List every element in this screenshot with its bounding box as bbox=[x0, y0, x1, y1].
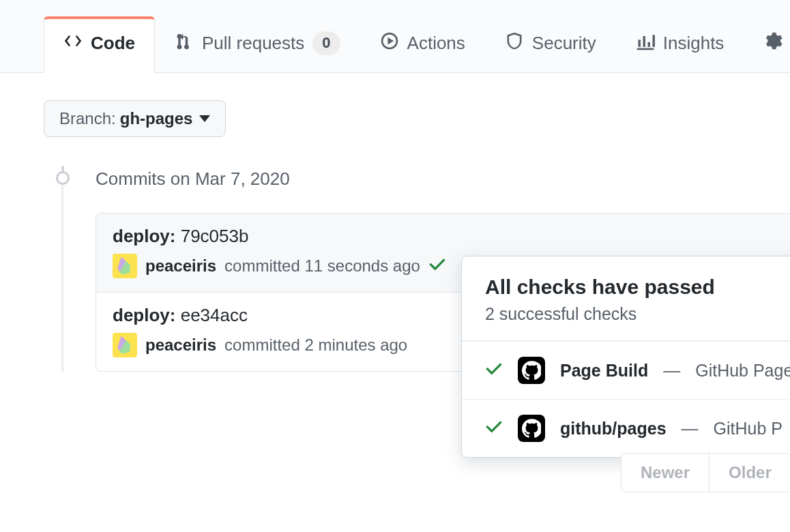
tab-label: Security bbox=[532, 33, 596, 54]
check-separator: — bbox=[663, 361, 680, 381]
author-link[interactable]: peaceiris bbox=[145, 336, 216, 355]
commits-date-heading: Commits on Mar 7, 2020 bbox=[96, 167, 790, 190]
check-name: github/pages bbox=[560, 419, 667, 439]
commit-time: committed 11 seconds ago bbox=[224, 256, 420, 276]
checks-popover-header: All checks have passed 2 successful chec… bbox=[462, 256, 790, 341]
commit-dot-icon bbox=[56, 171, 70, 185]
commit-title[interactable]: deploy: 79c053b bbox=[113, 226, 790, 247]
tab-label: Insights bbox=[663, 33, 725, 54]
pager-older-button[interactable]: Older bbox=[709, 454, 790, 492]
branch-prefix: Branch: bbox=[59, 109, 116, 128]
tab-settings[interactable]: S bbox=[744, 16, 790, 73]
avatar[interactable] bbox=[113, 254, 137, 278]
commit-title-prefix: deploy: bbox=[113, 305, 181, 325]
check-icon bbox=[485, 417, 503, 439]
github-mark-icon bbox=[518, 415, 545, 442]
commit-sha: ee34acc bbox=[181, 305, 248, 325]
check-row[interactable]: github/pages — GitHub P bbox=[462, 399, 790, 457]
timeline-line bbox=[61, 171, 63, 372]
check-icon bbox=[485, 359, 503, 381]
tab-pull-requests[interactable]: Pull requests 0 bbox=[155, 16, 360, 73]
tab-label: Pull requests bbox=[202, 33, 304, 54]
github-mark-icon bbox=[518, 357, 545, 384]
branch-name: gh-pages bbox=[120, 109, 193, 128]
tab-security[interactable]: Security bbox=[485, 16, 616, 73]
chevron-down-icon bbox=[199, 115, 210, 122]
code-icon bbox=[63, 31, 83, 55]
check-description: GitHub P bbox=[714, 419, 782, 439]
play-circle-icon bbox=[380, 31, 399, 55]
shield-icon bbox=[505, 31, 524, 55]
pager-newer-button[interactable]: Newer bbox=[621, 454, 709, 492]
check-description: GitHub Page bbox=[695, 361, 790, 381]
tab-actions[interactable]: Actions bbox=[360, 16, 485, 73]
tab-label: Actions bbox=[407, 33, 465, 54]
repo-tabs: Code Pull requests 0 Actions Security In… bbox=[0, 0, 790, 73]
commit-title-prefix: deploy: bbox=[113, 226, 181, 246]
avatar[interactable] bbox=[113, 333, 137, 357]
checks-popover-title: All checks have passed bbox=[485, 276, 790, 299]
checks-popover: All checks have passed 2 successful chec… bbox=[461, 256, 790, 458]
check-row[interactable]: Page Build — GitHub Page bbox=[462, 341, 790, 399]
subhead: Branch: gh-pages bbox=[0, 73, 790, 137]
commit-sha: 79c053b bbox=[181, 226, 249, 246]
commit-pager: Newer Older bbox=[621, 453, 790, 492]
git-pull-request-icon bbox=[175, 31, 194, 55]
graph-icon bbox=[636, 31, 655, 55]
check-icon[interactable] bbox=[428, 255, 446, 277]
branch-select-button[interactable]: Branch: gh-pages bbox=[44, 100, 226, 137]
author-link[interactable]: peaceiris bbox=[145, 256, 216, 276]
tab-code[interactable]: Code bbox=[44, 16, 155, 73]
checks-popover-subtitle: 2 successful checks bbox=[485, 304, 790, 324]
commit-time: committed 2 minutes ago bbox=[224, 336, 407, 355]
pr-count-badge: 0 bbox=[312, 31, 340, 55]
tab-insights[interactable]: Insights bbox=[616, 16, 744, 73]
gear-icon bbox=[763, 31, 782, 55]
check-name: Page Build bbox=[560, 361, 648, 381]
check-separator: — bbox=[682, 419, 699, 439]
tab-label: Code bbox=[91, 33, 135, 54]
